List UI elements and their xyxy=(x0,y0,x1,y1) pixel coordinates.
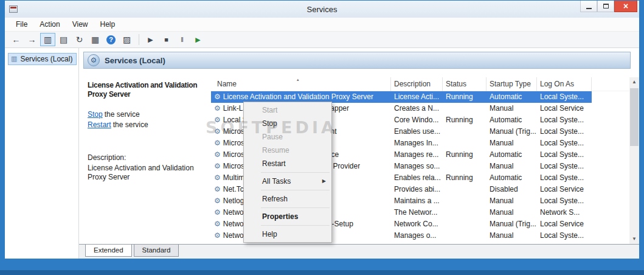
column-header-description[interactable]: Description xyxy=(391,77,443,91)
properties-button[interactable]: ▤ xyxy=(56,33,71,46)
stop-service-text: the service xyxy=(105,110,140,119)
service-logon-as: Local Syste... xyxy=(537,114,592,126)
context-menu-item-restart[interactable]: Restart xyxy=(244,157,331,170)
restart-service-link[interactable]: Restart xyxy=(88,120,111,129)
service-status xyxy=(443,218,486,230)
tree-item-services-local[interactable]: ▥ Services (Local) xyxy=(8,53,77,65)
service-status: Running xyxy=(443,91,486,103)
service-logon-as: Network S... xyxy=(537,207,592,218)
service-logon-as: Local Service xyxy=(537,184,592,195)
close-button[interactable]: × xyxy=(614,1,637,12)
service-gear-icon: ⚙ xyxy=(214,218,221,230)
pause-service-button[interactable]: ‖ xyxy=(175,33,190,46)
stop-service-button[interactable]: ■ xyxy=(159,33,174,46)
start-service-button[interactable]: ▶ xyxy=(143,33,158,46)
export-list-icon: ▦ xyxy=(91,35,99,44)
service-description: Network Co... xyxy=(391,218,443,230)
tab-extended[interactable]: Extended xyxy=(85,245,132,257)
scrollbar-thumb[interactable] xyxy=(630,88,639,146)
menu-item-label: Help xyxy=(262,230,277,238)
service-startup-type: Manual xyxy=(486,138,537,149)
console-tree-panel: ▥ Services (Local) xyxy=(5,48,79,259)
column-header-name[interactable]: Name xyxy=(211,77,391,91)
service-action-links: Stopthe service Restartthe service xyxy=(88,110,210,131)
column-header-status[interactable]: Status xyxy=(443,77,486,91)
service-description: The Networ... xyxy=(391,207,443,218)
show-console-tree-button[interactable]: ▥ xyxy=(40,33,55,46)
service-gear-icon: ⚙ xyxy=(214,114,221,126)
refresh-button[interactable]: ↻ xyxy=(72,33,87,46)
service-status: Running xyxy=(443,172,486,184)
forward-button[interactable]: → xyxy=(24,33,40,46)
service-description: Maintains a ... xyxy=(391,195,443,207)
service-gear-icon: ⚙ xyxy=(214,126,221,138)
back-button[interactable]: ← xyxy=(9,33,24,46)
service-logon-as: Local Syste... xyxy=(537,126,592,138)
minimize-icon xyxy=(586,8,592,9)
context-menu-item-all-tasks[interactable]: All Tasks▶ xyxy=(244,175,331,188)
start-service-icon: ▶ xyxy=(148,36,153,44)
menu-item-label: Resume xyxy=(262,146,289,155)
pause-service-icon: ‖ xyxy=(181,36,184,43)
service-logon-as: Local Syste... xyxy=(537,195,592,207)
service-startup-type: Manual xyxy=(486,161,537,172)
service-logon-as: Local Syste... xyxy=(537,149,592,161)
window-title: Services xyxy=(5,5,639,14)
context-menu-item-stop[interactable]: Stop xyxy=(244,117,331,130)
service-gear-icon: ⚙ xyxy=(214,91,221,103)
menu-item-label: Start xyxy=(262,106,277,114)
column-header-startup-type[interactable]: Startup Type xyxy=(486,77,537,91)
maximize-icon xyxy=(603,4,609,9)
menu-view[interactable]: View xyxy=(66,18,94,30)
scroll-up-icon[interactable]: ▲ xyxy=(629,77,639,87)
standard-view-button[interactable]: ▨ xyxy=(119,33,134,46)
service-gear-icon: ⚙ xyxy=(214,207,221,218)
scroll-down-icon[interactable]: ▼ xyxy=(629,234,639,244)
service-logon-as: Local Syste... xyxy=(537,91,592,103)
menu-bar: FileActionViewHelp xyxy=(5,18,639,32)
stop-service-line: Stopthe service xyxy=(88,110,210,120)
column-header-log-on-as[interactable]: Log On As xyxy=(537,77,592,91)
export-list-button[interactable]: ▦ xyxy=(88,33,103,46)
service-status xyxy=(443,103,486,114)
stop-service-link[interactable]: Stop xyxy=(88,110,103,119)
service-status xyxy=(443,138,486,149)
service-detail-pane: License Activation and Validation Proxy … xyxy=(83,77,212,244)
help-button[interactable]: ? xyxy=(103,33,119,46)
maximize-button[interactable] xyxy=(597,1,614,12)
menu-action[interactable]: Action xyxy=(33,18,66,30)
tree-item-label: Services (Local) xyxy=(20,55,72,63)
minimize-button[interactable] xyxy=(580,1,597,12)
window-controls: × xyxy=(580,1,637,12)
menu-separator xyxy=(261,190,330,190)
forward-icon: → xyxy=(28,35,36,44)
service-description: Enables use... xyxy=(391,126,443,138)
service-description: Creates a N... xyxy=(391,103,443,114)
sort-ascending-icon: ▴ xyxy=(297,77,299,82)
menu-item-label: Stop xyxy=(262,119,277,128)
service-logon-as: Local Syste... xyxy=(537,138,592,149)
restart-service-icon: ▶ xyxy=(195,36,200,44)
vertical-scrollbar[interactable]: ▲ ▼ xyxy=(629,77,639,244)
tab-standard[interactable]: Standard xyxy=(134,245,179,257)
menu-item-label: All Tasks xyxy=(262,177,291,186)
context-menu-item-refresh[interactable]: Refresh xyxy=(244,192,331,206)
selected-service-title: License Activation and Validation Proxy … xyxy=(88,81,210,99)
restart-service-button[interactable]: ▶ xyxy=(190,33,206,46)
service-startup-type: Disabled xyxy=(486,184,537,195)
service-logon-as: Local Service xyxy=(537,218,592,230)
context-menu-item-properties[interactable]: Properties xyxy=(244,210,331,223)
service-status: Running xyxy=(443,149,486,161)
context-menu: StartStopPauseResumeRestartAll Tasks▶Ref… xyxy=(243,102,332,243)
context-menu-item-help[interactable]: Help xyxy=(244,228,331,241)
menu-file[interactable]: File xyxy=(10,18,33,30)
services-pane: ⚙ Services (Local) License Activation an… xyxy=(79,48,639,259)
service-gear-icon: ⚙ xyxy=(214,195,221,207)
service-gear-icon: ⚙ xyxy=(214,184,221,195)
menu-item-label: Properties xyxy=(262,212,298,221)
show-console-tree-icon: ▥ xyxy=(44,35,52,44)
service-logon-as: Local Syste... xyxy=(537,230,592,242)
menu-help[interactable]: Help xyxy=(94,18,122,30)
titlebar[interactable]: Services × xyxy=(5,1,639,18)
service-description: Enables rela... xyxy=(391,172,443,184)
